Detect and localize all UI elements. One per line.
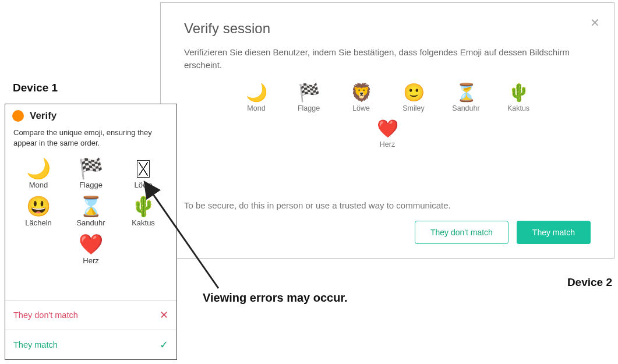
cactus-icon: 🌵 <box>500 82 537 103</box>
emoji-label: Herz <box>70 256 112 265</box>
smiley-icon: 🙂 <box>395 82 432 103</box>
hourglass-icon: ⌛ <box>70 194 112 218</box>
emoji-label: Mond <box>17 181 59 189</box>
device1-panel: Verify Compare the unique emoji, ensurin… <box>5 104 177 360</box>
match-button[interactable]: They match <box>517 221 591 244</box>
emoji-cell: ⏳ Sanduhr <box>447 82 485 112</box>
emoji-label: Kaktus <box>500 104 537 112</box>
emoji-cell: 🏁 Flagge <box>290 82 327 112</box>
emoji-cell: 🌵 Kaktus <box>500 82 537 112</box>
security-note: To be secure, do this in person or use a… <box>184 200 591 210</box>
device1-label: Device 1 <box>13 82 58 94</box>
emoji-label: Sanduhr <box>447 104 485 112</box>
heart-icon: ❤️ <box>369 118 406 139</box>
emoji-label: Löwe <box>342 104 380 112</box>
status-dot-icon <box>12 110 24 122</box>
emoji-label: Flagge <box>70 181 112 189</box>
emoji-cell: ⌛ Sanduhr <box>70 194 112 227</box>
annotation-caption: Viewing errors may occur. <box>203 291 348 305</box>
heart-icon: ❤️ <box>70 232 112 256</box>
smile-icon: 😃 <box>17 194 59 218</box>
dialog-title: Verify session <box>184 20 591 37</box>
check-icon: ✓ <box>160 338 168 351</box>
emoji-label: Lächeln <box>17 218 59 227</box>
emoji-cell: Löwe <box>122 156 164 189</box>
emoji-grid: 🌙 Mond 🏁 Flagge Löwe 😃 Lächeln ⌛ Sanduhr… <box>5 153 176 267</box>
close-icon: ✕ <box>160 309 168 321</box>
emoji-label: Herz <box>369 140 406 149</box>
emoji-cell: 🦁 Löwe <box>342 82 380 112</box>
emoji-label: Mond <box>238 104 275 112</box>
device2-label: Device 2 <box>567 276 612 289</box>
emoji-cell: ❤️ Herz <box>70 232 112 265</box>
emoji-label: Smiley <box>395 104 432 112</box>
emoji-label: Flagge <box>290 104 327 112</box>
dont-match-button[interactable]: They don't match <box>415 221 508 244</box>
flag-icon: 🏁 <box>70 156 112 181</box>
hourglass-icon: ⏳ <box>447 82 485 103</box>
emoji-grid: 🌙 Mond 🏁 Flagge 🦁 Löwe 🙂 Smiley ⏳ Sanduh… <box>184 82 591 149</box>
cactus-icon: 🌵 <box>122 194 164 218</box>
emoji-cell: 🌵 Kaktus <box>122 194 164 227</box>
match-button[interactable]: They match ✓ <box>5 330 176 359</box>
emoji-label: Löwe <box>122 181 164 189</box>
flag-icon: 🏁 <box>290 82 327 103</box>
lion-icon: 🦁 <box>342 82 380 103</box>
action-label: They match <box>13 340 58 349</box>
dialog-buttons: They don't match They match <box>184 221 591 244</box>
panel-header: Verify <box>5 104 176 125</box>
emoji-cell: 🏁 Flagge <box>70 156 112 189</box>
action-label: They don't match <box>13 310 78 320</box>
emoji-cell: ❤️ Herz <box>369 118 406 149</box>
dialog-instruction: Verifizieren Sie diesen Benutzer, indem … <box>184 46 591 72</box>
dont-match-button[interactable]: They don't match ✕ <box>5 300 176 330</box>
emoji-cell: 😃 Lächeln <box>17 194 59 227</box>
emoji-cell: 🌙 Mond <box>17 156 59 189</box>
panel-actions: They don't match ✕ They match ✓ <box>5 300 176 359</box>
device2-dialog: ✕ Verify session Verifizieren Sie diesen… <box>160 2 615 259</box>
emoji-cell: 🌙 Mond <box>238 82 275 112</box>
emoji-cell: 🙂 Smiley <box>395 82 432 112</box>
panel-title: Verify <box>30 110 56 122</box>
moon-icon: 🌙 <box>238 82 275 103</box>
close-icon[interactable]: ✕ <box>590 16 600 30</box>
panel-instruction: Compare the unique emoji, ensuring they … <box>5 125 176 153</box>
missing-glyph-icon <box>122 156 164 181</box>
emoji-label: Sanduhr <box>70 218 112 227</box>
emoji-label: Kaktus <box>122 218 164 227</box>
moon-icon: 🌙 <box>17 156 59 181</box>
